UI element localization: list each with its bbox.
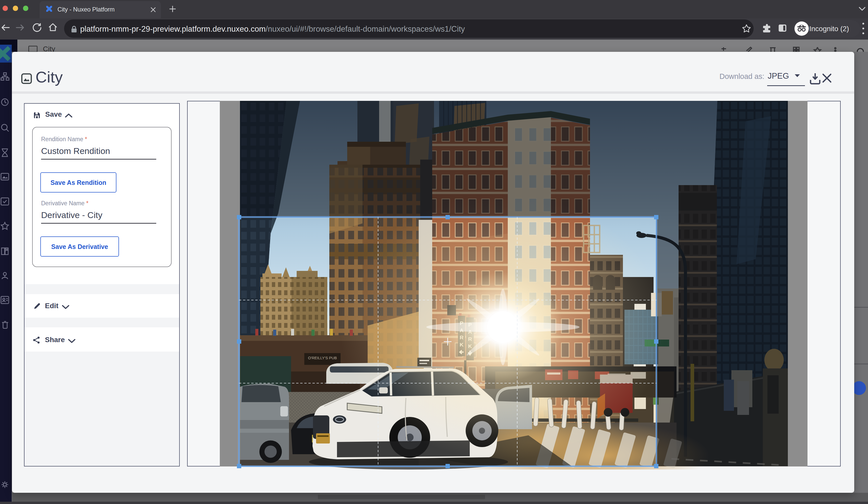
svg-text:O'REILLY'S PUB: O'REILLY'S PUB	[308, 356, 337, 360]
